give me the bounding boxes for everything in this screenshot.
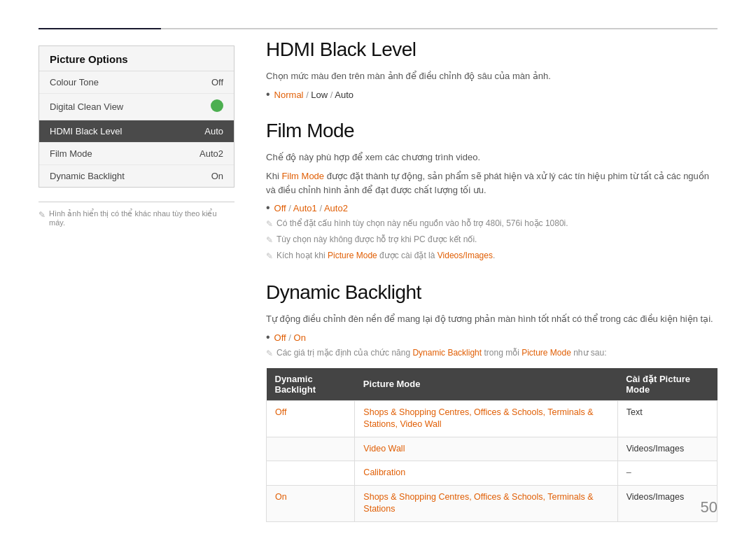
menu-item-label: HDMI Black Level (50, 126, 122, 136)
film-note-3: ✎ Kích hoạt khi Picture Mode được cài đặ… (266, 250, 718, 262)
left-panel-note: ✎ Hình ảnh hiển thị có thể khác nhau tùy… (38, 209, 234, 227)
pencil-icon-1: ✎ (266, 218, 273, 230)
picture-options-box: Picture Options Colour ToneOffDigital Cl… (38, 45, 234, 188)
menu-item-value: Auto (204, 126, 223, 136)
divider (38, 202, 234, 202)
backlight-options: • Off / On (266, 332, 718, 343)
hdmi-desc: Chọn mức màu đen trên màn ảnh để điều ch… (266, 69, 718, 83)
table-cell-mode: Video Wall (355, 437, 617, 461)
backlight-title: Dynamic Backlight (266, 281, 718, 304)
film-options: • Off / Auto1 / Auto2 (266, 202, 718, 213)
backlight-table: Dynamic Backlight Picture Mode Cài đặt P… (266, 368, 718, 522)
menu-items: Colour ToneOffDigital Clean ViewHDMI Bla… (39, 71, 234, 187)
table-header-3: Cài đặt Picture Mode (617, 368, 717, 401)
menu-item: Dynamic BacklightOn (39, 165, 234, 187)
menu-item-label: Dynamic Backlight (50, 171, 125, 181)
film-note-1: ✎ Có thể đặt cấu hình tùy chọn này nếu n… (266, 218, 718, 230)
table-cell-backlight (267, 461, 355, 486)
table-cell-backlight: On (267, 485, 355, 521)
menu-item: Colour ToneOff (39, 71, 234, 94)
table-cell-mode: Shops & Shopping Centres, Offices & Scho… (355, 485, 617, 521)
table-row: OnShops & Shopping Centres, Offices & Sc… (267, 485, 718, 521)
table-cell-setting: Text (617, 400, 717, 437)
menu-item-label: Digital Clean View (50, 101, 123, 112)
pencil-icon: ✎ (38, 210, 46, 220)
menu-item: Digital Clean View (39, 94, 234, 120)
right-panel: HDMI Black Level Chọn mức màu đen trên m… (266, 38, 718, 522)
left-panel: Picture Options Colour ToneOffDigital Cl… (38, 45, 234, 227)
progress-bar (38, 28, 718, 29)
pencil-icon-4: ✎ (266, 348, 273, 360)
backlight-desc: Tự động điều chỉnh đèn nền để mang lại đ… (266, 312, 718, 326)
film-note-2: ✎ Tùy chọn này không được hỗ trợ khi PC … (266, 234, 718, 246)
film-note-main: Khi Film Mode được đặt thành tự động, sả… (266, 169, 718, 197)
pencil-icon-3: ✎ (266, 251, 273, 262)
table-cell-mode: Shops & Shopping Centres, Offices & Scho… (355, 400, 617, 437)
menu-item-label: Colour Tone (50, 77, 99, 87)
table-cell-setting: – (617, 461, 717, 486)
table-cell-backlight: Off (267, 400, 355, 437)
pencil-icon-2: ✎ (266, 234, 273, 246)
table-row: Video WallVideos/Images (267, 437, 718, 461)
page-number: 50 (701, 498, 718, 517)
menu-item: Film ModeAuto2 (39, 143, 234, 165)
picture-options-title: Picture Options (39, 46, 234, 71)
menu-item-value: Off (211, 77, 223, 87)
hdmi-title: HDMI Black Level (266, 38, 718, 61)
menu-item: HDMI Black LevelAuto (39, 120, 234, 143)
hdmi-section: HDMI Black Level Chọn mức màu đen trên m… (266, 38, 718, 100)
menu-item-value (211, 99, 223, 114)
hdmi-options: • Normal / Low / Auto (266, 89, 718, 100)
table-row: OffShops & Shopping Centres, Offices & S… (267, 400, 718, 437)
backlight-section: Dynamic Backlight Tự động điều chỉnh đèn… (266, 281, 718, 521)
menu-item-value: Auto2 (200, 148, 223, 159)
toggle-dot (211, 99, 223, 112)
menu-item-value: On (211, 171, 223, 181)
table-header-2: Picture Mode (355, 368, 617, 401)
backlight-note-main: ✎ Các giá trị mặc định của chức năng Dyn… (266, 347, 718, 360)
table-header-1: Dynamic Backlight (267, 368, 355, 401)
film-title: Film Mode (266, 120, 718, 142)
table-cell-mode: Calibration (355, 461, 617, 486)
table-cell-setting: Videos/Images (617, 437, 717, 461)
film-section: Film Mode Chế độ này phù hợp để xem các … (266, 120, 718, 262)
table-row: Calibration– (267, 461, 718, 486)
menu-item-label: Film Mode (50, 148, 92, 159)
table-cell-backlight (267, 437, 355, 461)
film-desc: Chế độ này phù hợp để xem các chương trì… (266, 150, 718, 164)
